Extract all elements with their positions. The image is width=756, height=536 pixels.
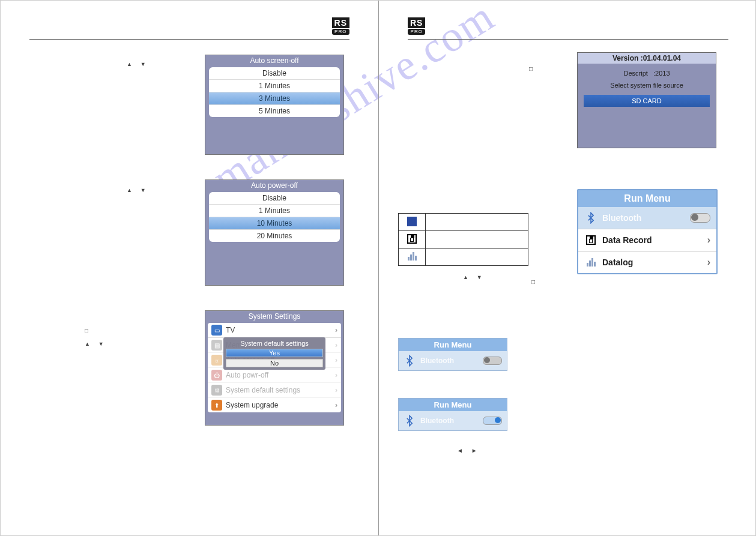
right-arrow-icon: ► [471, 447, 477, 454]
data-record-row[interactable]: Data Record › [578, 229, 716, 251]
chevron-right-icon: › [335, 401, 337, 409]
bluetooth-row[interactable]: Bluetooth [578, 207, 716, 229]
down-arrow-icon: ▼ [98, 341, 104, 347]
row-default-settings[interactable]: ⚙ System default settings › [208, 383, 341, 398]
version-panel: Version :01.04.01.04 Descript :2013 Sele… [577, 52, 716, 148]
left-arrow-icon: ◄ [457, 447, 463, 454]
up-arrow-icon: ▲ [127, 61, 132, 67]
bluetooth-toggle-off[interactable] [483, 357, 502, 365]
chevron-right-icon: › [707, 257, 710, 268]
up-arrow-icon: ▲ [85, 341, 90, 347]
up-arrow-icon: ▲ [463, 274, 468, 280]
row-label: Auto powr-off [226, 371, 268, 379]
option-list: Disable 1 Minutes 10 Minutes 20 Minutes [209, 192, 340, 242]
nav-arrows-1: ▲ ▼ [127, 61, 146, 67]
row-tv[interactable]: ▭ TV › [208, 323, 341, 338]
bluetooth-icon [404, 415, 416, 427]
row-label: TV [226, 326, 235, 334]
gear-icon: ⚙ [211, 385, 222, 396]
legend-label [426, 248, 528, 266]
yes-button[interactable]: Yes [226, 349, 323, 357]
down-arrow-icon: ▼ [141, 61, 146, 67]
bluetooth-row[interactable]: Bluetooth [399, 411, 507, 430]
data-record-label: Data Record [602, 235, 652, 245]
run-menu-panel: Run Menu Bluetooth Data Record › Datalog… [577, 189, 718, 274]
option-1min[interactable]: 1 Minutes [209, 205, 340, 217]
chevron-right-icon: › [335, 326, 337, 334]
memory-icon: ▤ [211, 340, 222, 351]
option-disable[interactable]: Disable [209, 192, 340, 205]
rs-logo: RS PRO [408, 17, 425, 35]
row-label: System upgrade [226, 401, 278, 409]
datalog-row[interactable]: Datalog › [578, 251, 716, 273]
logo-top: RS [332, 17, 349, 28]
sd-card-button[interactable]: SD CARD [584, 95, 710, 107]
up-arrow-icon: ▲ [127, 187, 132, 193]
option-list: Disable 1 Minutes 3 Minutes 5 Minutes [209, 67, 340, 117]
row-power-off[interactable]: ⏻ Auto powr-off › [208, 368, 341, 383]
bluetooth-label: Bluetooth [420, 417, 454, 425]
save-icon [584, 233, 597, 247]
legend-label [426, 231, 528, 248]
legend-label [426, 214, 528, 231]
panel-title: Auto power-off [205, 180, 343, 191]
descript-value: :2013 [653, 70, 670, 77]
datalog-icon [584, 256, 597, 269]
auto-screen-off-panel: Auto screen-off Disable 1 Minutes 3 Minu… [205, 55, 344, 155]
square-icon: □ [529, 65, 533, 72]
power-off-icon: ⏻ [211, 370, 222, 381]
nav-arrows-table: ▲ ▼ [463, 274, 482, 280]
version-header: Version :01.04.01.04 [578, 53, 716, 64]
bluetooth-toggle-on[interactable] [483, 417, 502, 425]
option-5min[interactable]: 5 Minutes [209, 105, 340, 117]
rs-logo: RS PRO [332, 17, 349, 35]
chevron-right-icon: › [335, 356, 337, 364]
bluetooth-row[interactable]: Bluetooth [399, 351, 507, 370]
logo-bottom: PRO [332, 29, 349, 35]
logo-bottom: PRO [408, 29, 425, 35]
option-20min[interactable]: 20 Minutes [209, 230, 340, 242]
nav-arrows-3: ▲ ▼ [85, 340, 104, 347]
datalog-legend-icon [399, 248, 426, 266]
bluetooth-label: Bluetooth [420, 357, 454, 365]
no-button[interactable]: No [226, 359, 323, 367]
descript-label: Descript [623, 70, 647, 77]
bluetooth-label: Bluetooth [602, 213, 641, 223]
option-1min[interactable]: 1 Minutes [209, 80, 340, 92]
dialog-title: System default settings [226, 340, 323, 347]
run-menu-bluetooth-off: Run Menu Bluetooth [398, 338, 507, 371]
page-right: RS PRO □ Version :01.04.01.04 Descript :… [379, 1, 756, 535]
run-menu-title: Run Menu [578, 190, 716, 207]
table-row [399, 231, 528, 248]
bluetooth-icon [584, 211, 597, 224]
nav-arrows-2: ▲ ▼ [127, 187, 146, 193]
option-10min[interactable]: 10 Minutes [209, 217, 340, 230]
tv-icon: ▭ [211, 325, 222, 336]
default-settings-dialog: System default settings Yes No [223, 337, 325, 370]
bluetooth-toggle[interactable] [690, 213, 710, 223]
panel-title: System Settings [205, 311, 343, 322]
down-arrow-icon: ▼ [477, 274, 482, 280]
table-row [399, 248, 528, 266]
option-3min[interactable]: 3 Minutes [209, 92, 340, 105]
version-value: :01.04.01.04 [641, 54, 681, 62]
save-legend-icon [399, 231, 426, 248]
square-icon: □ [531, 279, 535, 285]
system-settings-panel: System Settings ▭ TV › ▤ Memory › ☼ Auto… [205, 310, 344, 426]
upgrade-icon: ⬆ [211, 400, 222, 411]
row-label: System default settings [226, 386, 300, 394]
datalog-label: Datalog [602, 257, 633, 267]
chevron-right-icon: › [335, 386, 337, 394]
run-menu-bluetooth-on: Run Menu Bluetooth [398, 398, 507, 431]
header-rule [29, 39, 349, 40]
row-system-upgrade[interactable]: ⬆ System upgrade › [208, 398, 341, 412]
nav-arrows-lr: ◄ ► [457, 447, 477, 454]
header-rule [408, 39, 728, 40]
select-source-text: Select system file source [581, 82, 712, 89]
icon-legend-table [398, 213, 528, 266]
option-disable[interactable]: Disable [209, 67, 340, 80]
version-label: Version [612, 54, 638, 62]
bluetooth-icon [404, 355, 416, 367]
chevron-right-icon: › [707, 235, 710, 245]
chevron-right-icon: › [335, 371, 337, 379]
